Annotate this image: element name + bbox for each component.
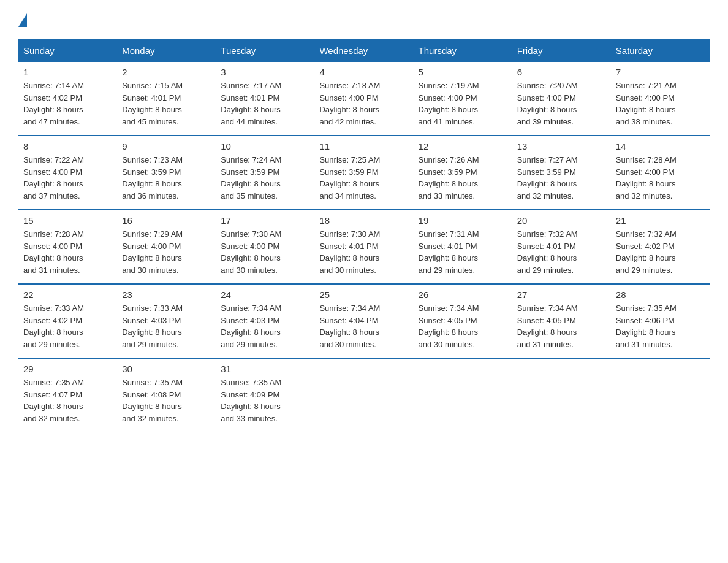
- calendar-cell: 19Sunrise: 7:31 AMSunset: 4:01 PMDayligh…: [414, 210, 512, 284]
- day-number: 26: [419, 289, 507, 300]
- calendar-cell: [611, 358, 710, 432]
- calendar-cell: 13Sunrise: 7:27 AMSunset: 3:59 PMDayligh…: [512, 136, 611, 210]
- calendar-cell: 26Sunrise: 7:34 AMSunset: 4:05 PMDayligh…: [414, 284, 512, 358]
- calendar-cell: 7Sunrise: 7:21 AMSunset: 4:00 PMDaylight…: [611, 62, 710, 136]
- day-info: Sunrise: 7:20 AMSunset: 4:00 PMDaylight:…: [517, 80, 606, 128]
- day-info: Sunrise: 7:35 AMSunset: 4:08 PMDaylight:…: [122, 377, 211, 424]
- day-number: 21: [616, 215, 705, 226]
- calendar-cell: 4Sunrise: 7:18 AMSunset: 4:00 PMDaylight…: [314, 62, 413, 136]
- day-header-friday: Friday: [512, 39, 611, 62]
- day-header-monday: Monday: [117, 39, 216, 62]
- calendar-cell: 5Sunrise: 7:19 AMSunset: 4:00 PMDaylight…: [414, 62, 512, 136]
- day-number: 13: [517, 141, 606, 151]
- calendar-cell: 9Sunrise: 7:23 AMSunset: 3:59 PMDaylight…: [117, 136, 216, 210]
- calendar-cell: 10Sunrise: 7:24 AMSunset: 3:59 PMDayligh…: [216, 136, 314, 210]
- day-number: 4: [319, 67, 408, 77]
- calendar-cell: 18Sunrise: 7:30 AMSunset: 4:01 PMDayligh…: [314, 210, 413, 284]
- day-number: 29: [23, 364, 112, 374]
- day-number: 15: [23, 215, 112, 226]
- day-info: Sunrise: 7:28 AMSunset: 4:00 PMDaylight:…: [23, 228, 112, 276]
- calendar-cell: [414, 358, 512, 432]
- calendar-cell: 12Sunrise: 7:26 AMSunset: 3:59 PMDayligh…: [414, 136, 512, 210]
- day-number: 27: [517, 289, 606, 300]
- calendar-cell: 25Sunrise: 7:34 AMSunset: 4:04 PMDayligh…: [314, 284, 413, 358]
- week-row-5: 29Sunrise: 7:35 AMSunset: 4:07 PMDayligh…: [18, 358, 710, 432]
- day-number: 22: [23, 289, 112, 300]
- calendar-cell: [314, 358, 413, 432]
- calendar-cell: [512, 358, 611, 432]
- day-number: 18: [319, 215, 408, 226]
- calendar-cell: 16Sunrise: 7:29 AMSunset: 4:00 PMDayligh…: [117, 210, 216, 284]
- calendar-cell: 8Sunrise: 7:22 AMSunset: 4:00 PMDaylight…: [18, 136, 117, 210]
- day-info: Sunrise: 7:32 AMSunset: 4:01 PMDaylight:…: [517, 228, 606, 276]
- week-row-4: 22Sunrise: 7:33 AMSunset: 4:02 PMDayligh…: [18, 284, 710, 358]
- day-info: Sunrise: 7:30 AMSunset: 4:00 PMDaylight:…: [221, 228, 309, 276]
- calendar-cell: 27Sunrise: 7:34 AMSunset: 4:05 PMDayligh…: [512, 284, 611, 358]
- day-info: Sunrise: 7:29 AMSunset: 4:00 PMDaylight:…: [122, 228, 211, 276]
- day-header-wednesday: Wednesday: [314, 39, 413, 62]
- calendar-cell: 24Sunrise: 7:34 AMSunset: 4:03 PMDayligh…: [216, 284, 314, 358]
- calendar-cell: 28Sunrise: 7:35 AMSunset: 4:06 PMDayligh…: [611, 284, 710, 358]
- day-header-tuesday: Tuesday: [216, 39, 314, 62]
- day-number: 30: [122, 364, 211, 374]
- day-header-row: SundayMondayTuesdayWednesdayThursdayFrid…: [18, 39, 710, 62]
- calendar-cell: 14Sunrise: 7:28 AMSunset: 4:00 PMDayligh…: [611, 136, 710, 210]
- day-number: 12: [419, 141, 507, 151]
- day-number: 8: [23, 141, 112, 151]
- calendar-cell: 29Sunrise: 7:35 AMSunset: 4:07 PMDayligh…: [18, 358, 117, 432]
- week-row-1: 1Sunrise: 7:14 AMSunset: 4:02 PMDaylight…: [18, 62, 710, 136]
- day-info: Sunrise: 7:19 AMSunset: 4:00 PMDaylight:…: [419, 80, 507, 128]
- day-info: Sunrise: 7:23 AMSunset: 3:59 PMDaylight:…: [122, 154, 211, 202]
- day-header-thursday: Thursday: [414, 39, 512, 62]
- day-number: 2: [122, 67, 211, 77]
- day-number: 31: [221, 364, 309, 374]
- day-info: Sunrise: 7:22 AMSunset: 4:00 PMDaylight:…: [23, 154, 112, 202]
- day-number: 1: [23, 67, 112, 77]
- day-number: 23: [122, 289, 211, 300]
- calendar-cell: 11Sunrise: 7:25 AMSunset: 3:59 PMDayligh…: [314, 136, 413, 210]
- calendar-cell: 20Sunrise: 7:32 AMSunset: 4:01 PMDayligh…: [512, 210, 611, 284]
- day-number: 14: [616, 141, 705, 151]
- day-info: Sunrise: 7:15 AMSunset: 4:01 PMDaylight:…: [122, 80, 211, 128]
- day-info: Sunrise: 7:35 AMSunset: 4:06 PMDaylight:…: [616, 302, 705, 350]
- day-info: Sunrise: 7:31 AMSunset: 4:01 PMDaylight:…: [419, 228, 507, 276]
- day-number: 7: [616, 67, 705, 77]
- day-info: Sunrise: 7:28 AMSunset: 4:00 PMDaylight:…: [616, 154, 705, 202]
- day-info: Sunrise: 7:34 AMSunset: 4:04 PMDaylight:…: [319, 302, 408, 350]
- calendar-cell: 2Sunrise: 7:15 AMSunset: 4:01 PMDaylight…: [117, 62, 216, 136]
- day-info: Sunrise: 7:32 AMSunset: 4:02 PMDaylight:…: [616, 228, 705, 276]
- day-number: 24: [221, 289, 309, 300]
- calendar-cell: 17Sunrise: 7:30 AMSunset: 4:00 PMDayligh…: [216, 210, 314, 284]
- day-number: 20: [517, 215, 606, 226]
- day-number: 10: [221, 141, 309, 151]
- calendar-cell: 23Sunrise: 7:33 AMSunset: 4:03 PMDayligh…: [117, 284, 216, 358]
- day-info: Sunrise: 7:14 AMSunset: 4:02 PMDaylight:…: [23, 80, 112, 128]
- calendar-cell: 3Sunrise: 7:17 AMSunset: 4:01 PMDaylight…: [216, 62, 314, 136]
- week-row-2: 8Sunrise: 7:22 AMSunset: 4:00 PMDaylight…: [18, 136, 710, 210]
- day-info: Sunrise: 7:21 AMSunset: 4:00 PMDaylight:…: [616, 80, 705, 128]
- calendar-cell: 31Sunrise: 7:35 AMSunset: 4:09 PMDayligh…: [216, 358, 314, 432]
- day-info: Sunrise: 7:17 AMSunset: 4:01 PMDaylight:…: [221, 80, 309, 128]
- calendar-table: SundayMondayTuesdayWednesdayThursdayFrid…: [18, 39, 710, 432]
- day-info: Sunrise: 7:26 AMSunset: 3:59 PMDaylight:…: [419, 154, 507, 202]
- week-row-3: 15Sunrise: 7:28 AMSunset: 4:00 PMDayligh…: [18, 210, 710, 284]
- day-info: Sunrise: 7:33 AMSunset: 4:03 PMDaylight:…: [122, 302, 211, 350]
- day-info: Sunrise: 7:24 AMSunset: 3:59 PMDaylight:…: [221, 154, 309, 202]
- day-info: Sunrise: 7:34 AMSunset: 4:05 PMDaylight:…: [419, 302, 507, 350]
- day-info: Sunrise: 7:25 AMSunset: 3:59 PMDaylight:…: [319, 154, 408, 202]
- day-info: Sunrise: 7:35 AMSunset: 4:07 PMDaylight:…: [23, 377, 112, 424]
- calendar-cell: 30Sunrise: 7:35 AMSunset: 4:08 PMDayligh…: [117, 358, 216, 432]
- day-number: 3: [221, 67, 309, 77]
- day-info: Sunrise: 7:30 AMSunset: 4:01 PMDaylight:…: [319, 228, 408, 276]
- day-header-saturday: Saturday: [611, 39, 710, 62]
- page-header: [18, 12, 710, 27]
- day-number: 19: [419, 215, 507, 226]
- day-number: 9: [122, 141, 211, 151]
- calendar-cell: 22Sunrise: 7:33 AMSunset: 4:02 PMDayligh…: [18, 284, 117, 358]
- logo: [18, 12, 27, 27]
- day-info: Sunrise: 7:18 AMSunset: 4:00 PMDaylight:…: [319, 80, 408, 128]
- logo-triangle-icon: [18, 13, 27, 27]
- calendar-cell: 15Sunrise: 7:28 AMSunset: 4:00 PMDayligh…: [18, 210, 117, 284]
- day-info: Sunrise: 7:35 AMSunset: 4:09 PMDaylight:…: [221, 377, 309, 424]
- day-number: 16: [122, 215, 211, 226]
